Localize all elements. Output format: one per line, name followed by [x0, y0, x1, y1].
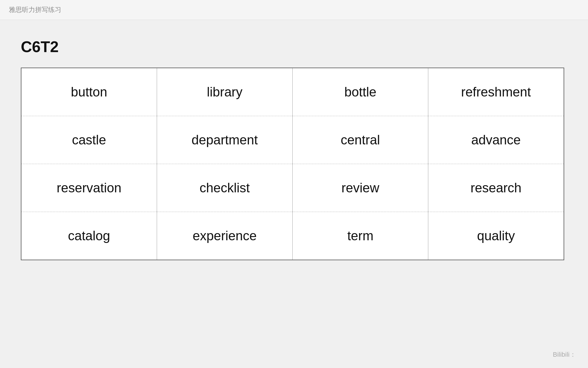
- page-title: 雅思听力拼写练习: [9, 6, 61, 13]
- table-cell: experience: [157, 212, 292, 260]
- table-cell: reservation: [21, 164, 157, 212]
- table-cell: quality: [428, 212, 564, 260]
- table-row: buttonlibrarybottlerefreshment: [21, 68, 564, 116]
- page-header: 雅思听力拼写练习: [0, 0, 588, 20]
- table-cell: castle: [21, 116, 157, 164]
- table-cell: checklist: [157, 164, 292, 212]
- table-row: catalogexperiencetermquality: [21, 212, 564, 260]
- table-cell: refreshment: [428, 68, 564, 116]
- table-cell: review: [293, 164, 428, 212]
- table-cell: button: [21, 68, 157, 116]
- table-cell: term: [293, 212, 428, 260]
- section-title: C6T2: [21, 38, 567, 56]
- table-cell: central: [293, 116, 428, 164]
- table-cell: department: [157, 116, 292, 164]
- main-content: C6T2 buttonlibrarybottlerefreshmentcastl…: [0, 20, 588, 278]
- table-cell: catalog: [21, 212, 157, 260]
- table-cell: library: [157, 68, 292, 116]
- table-row: reservationchecklistreviewresearch: [21, 164, 564, 212]
- table-cell: research: [428, 164, 564, 212]
- table-cell: advance: [428, 116, 564, 164]
- word-table: buttonlibrarybottlerefreshmentcastledepa…: [21, 68, 564, 260]
- table-cell: bottle: [293, 68, 428, 116]
- table-row: castledepartmentcentraladvance: [21, 116, 564, 164]
- watermark: Bilibili：: [553, 350, 576, 359]
